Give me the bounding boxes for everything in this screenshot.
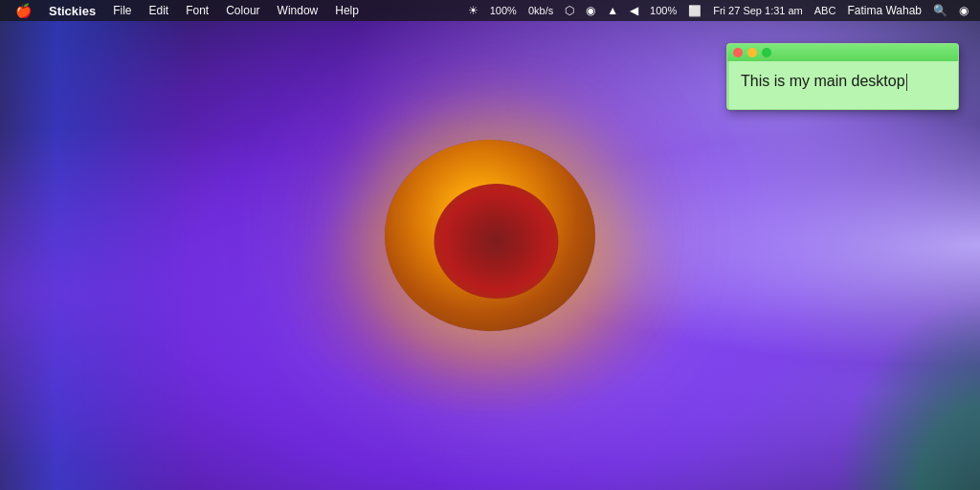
sticky-close-button[interactable] [733, 48, 743, 57]
app-name-menu[interactable]: Stickies [41, 2, 103, 20]
bluetooth-icon[interactable]: ⬡ [561, 2, 578, 19]
flower-dark-center [434, 184, 559, 299]
username-display: Fatima Wahab [843, 2, 925, 19]
sticky-text: This is my main desktop [741, 73, 905, 89]
menubar-left: 🍎 Stickies File Edit Font Colour Window … [8, 1, 367, 20]
flower-center [385, 140, 595, 331]
sticky-minimize-button[interactable] [747, 48, 757, 57]
wifi-icon[interactable]: ▲ [603, 2, 622, 19]
datetime: Fri 27 Sep 1:31 am [709, 3, 807, 18]
search-icon[interactable]: 🔍 [929, 2, 951, 19]
brightness-icon[interactable]: ☀ [464, 2, 482, 19]
sticky-content[interactable]: This is my main desktop [727, 61, 958, 109]
sticky-titlebar [727, 44, 958, 61]
help-menu[interactable]: Help [327, 2, 367, 19]
airdrop-icon[interactable]: ◉ [582, 2, 599, 19]
edit-menu[interactable]: Edit [142, 2, 177, 19]
battery-icon: ⬜ [684, 3, 705, 19]
text-cursor [906, 74, 907, 91]
menubar-right: ☀ 100% 0kb/s ⬡ ◉ ▲ ◀ 100% ⬜ Fri 27 Sep 1… [464, 2, 972, 19]
window-menu[interactable]: Window [270, 2, 326, 19]
bg-green-right [836, 299, 980, 490]
sticky-expand-button[interactable] [762, 48, 771, 57]
file-menu[interactable]: File [105, 2, 139, 19]
battery-percentage: 100% [646, 3, 680, 18]
colour-menu[interactable]: Colour [218, 2, 267, 19]
keyboard-layout-icon[interactable]: ABC [811, 3, 840, 18]
menubar: 🍎 Stickies File Edit Font Colour Window … [0, 0, 980, 21]
apple-menu[interactable]: 🍎 [8, 1, 39, 20]
brightness-percentage: 100% [486, 3, 521, 18]
network-speed: 0kb/s [524, 3, 557, 18]
sticky-note: This is my main desktop [726, 43, 959, 110]
font-menu[interactable]: Font [178, 2, 216, 19]
notification-icon[interactable]: ◉ [955, 2, 972, 19]
volume-icon[interactable]: ◀ [626, 2, 642, 19]
